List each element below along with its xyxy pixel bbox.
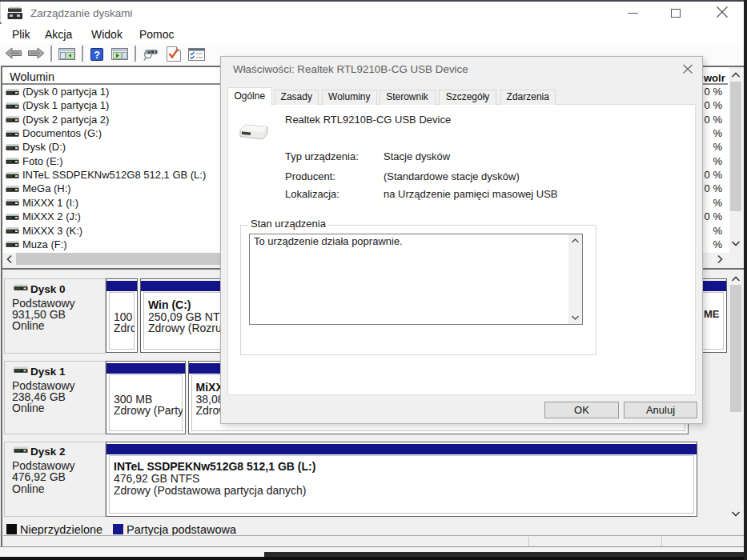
svg-text:?: ? bbox=[94, 50, 100, 61]
